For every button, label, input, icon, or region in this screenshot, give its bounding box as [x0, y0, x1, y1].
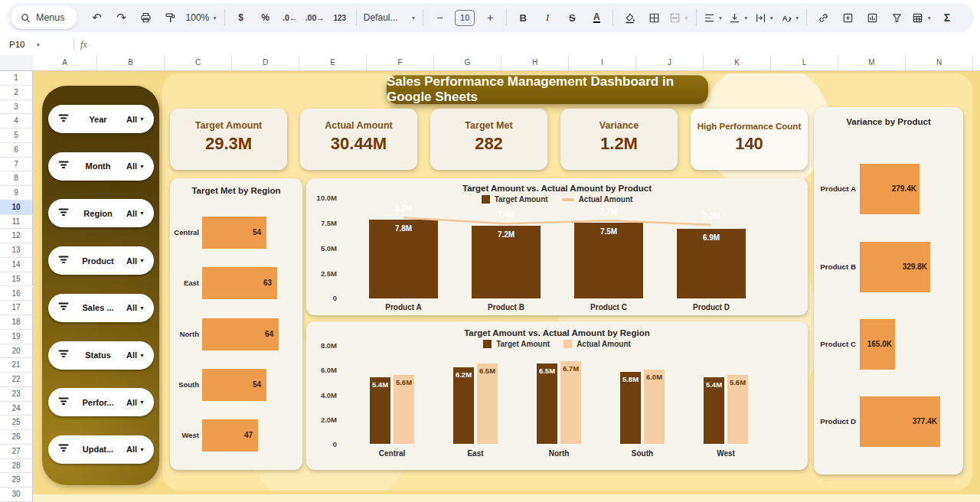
column-header-H[interactable]: H [501, 55, 569, 71]
column-header-F[interactable]: F [367, 55, 434, 71]
filter-list-icon [57, 395, 70, 410]
legend-actual: Actual Amount [564, 340, 631, 348]
column-header-J[interactable]: J [636, 55, 704, 71]
row-header-29[interactable]: 29 [0, 473, 33, 487]
toolbar-insert-chart-button[interactable] [860, 8, 884, 28]
toolbar-table-views-button[interactable]: ▼ [909, 8, 934, 28]
toolbar-decimal-increase-button[interactable]: .00→ [302, 8, 328, 28]
toolbar-percent-button[interactable]: % [253, 8, 278, 28]
legend-target: Target Amount [483, 340, 550, 348]
toolbar-font-size-decrease-button[interactable]: − [427, 8, 452, 28]
filter-pill-year[interactable]: YearAll▼ [48, 105, 154, 133]
column-header-K[interactable]: K [704, 55, 771, 71]
row-header-30[interactable]: 30 [0, 487, 33, 502]
font-size-input[interactable]: 10 [455, 10, 475, 26]
bar-actual-central: 5.6M [394, 375, 414, 444]
row-header-13[interactable]: 13 [0, 243, 33, 258]
toolbar-text-color-button[interactable]: A [584, 8, 609, 28]
toolbar-create-filter-button[interactable] [884, 8, 909, 28]
toolbar-horizontal-align-button[interactable]: ▼ [701, 8, 726, 28]
toolbar-strikethrough-button[interactable]: S [560, 8, 584, 28]
toolbar-currency-button[interactable]: $ [229, 8, 253, 28]
column-header-E[interactable]: E [299, 55, 367, 71]
row-header-4[interactable]: 4 [0, 114, 33, 129]
bar-value-label: 5.6M [727, 378, 748, 386]
toolbar-italic-button[interactable]: I [535, 8, 560, 28]
filter-pill-month[interactable]: MonthAll▼ [48, 152, 154, 181]
filter-pill-perfor[interactable]: Perfor...All▼ [48, 388, 154, 416]
row-header-26[interactable]: 26 [0, 430, 33, 445]
name-box[interactable]: P10 ▼ [0, 40, 67, 49]
filter-pill-sales[interactable]: Sales ...All▼ [48, 294, 154, 322]
toolbar-borders-button[interactable] [642, 8, 666, 28]
chart-target-vs-actual-by-product[interactable]: Target Amount vs. Actual Amount by Produ… [306, 178, 808, 315]
row-header-22[interactable]: 22 [0, 373, 33, 387]
row-header-6[interactable]: 6 [0, 143, 33, 158]
toolbar-insert-link-button[interactable] [811, 8, 835, 28]
toolbar-decimal-decrease-button[interactable]: .0← [278, 8, 302, 28]
row-header-20[interactable]: 20 [0, 344, 33, 359]
toolbar-fill-color-button[interactable] [617, 8, 642, 28]
column-header-I[interactable]: I [569, 55, 636, 71]
filter-pill-updat[interactable]: Updat...All▼ [48, 435, 154, 464]
column-header-B[interactable]: B [97, 55, 165, 71]
filter-value: All [126, 350, 137, 360]
column-header-N[interactable]: N [906, 55, 973, 71]
column-header-L[interactable]: L [771, 55, 838, 71]
row-header-19[interactable]: 19 [0, 330, 33, 344]
row-header-14[interactable]: 14 [0, 258, 33, 272]
row-header-25[interactable]: 25 [0, 416, 33, 430]
toolbar-font-size-input-button[interactable]: 10 [452, 8, 478, 28]
filter-pill-status[interactable]: StatusAll▼ [48, 341, 154, 370]
row-header-9[interactable]: 9 [0, 186, 33, 200]
toolbar-merge-cells-button[interactable]: ▼ [666, 8, 691, 28]
select-all-corner[interactable] [0, 55, 34, 71]
filter-pill-product[interactable]: ProductAll▼ [48, 246, 154, 275]
column-header-C[interactable]: C [165, 55, 232, 71]
toolbar-text-wrap-button[interactable]: ▼ [752, 8, 777, 28]
row-header-21[interactable]: 21 [0, 358, 33, 373]
row-header-18[interactable]: 18 [0, 315, 33, 330]
row-header-15[interactable]: 15 [0, 272, 33, 287]
row-header-7[interactable]: 7 [0, 158, 33, 172]
toolbar-redo-button[interactable]: ↷ [109, 8, 134, 28]
row-header-12[interactable]: 12 [0, 229, 33, 243]
menus-button[interactable]: Menus [11, 6, 77, 29]
toolbar-font-size-increase-button[interactable]: + [478, 8, 502, 28]
fx-icon[interactable]: fx [80, 39, 87, 51]
row-header-1[interactable]: 1 [0, 71, 33, 86]
row-header-27[interactable]: 27 [0, 445, 33, 459]
row-header-24[interactable]: 24 [0, 402, 33, 416]
toolbar-insert-comment-button[interactable] [835, 8, 860, 28]
toolbar-vertical-align-button[interactable]: ▼ [726, 8, 751, 28]
column-header-D[interactable]: D [232, 55, 299, 71]
chart-variance-by-product[interactable]: Variance by ProductProduct A279.4KProduc… [814, 107, 963, 474]
row-header-28[interactable]: 28 [0, 459, 33, 474]
toolbar-paint-format-button[interactable] [158, 8, 183, 28]
toolbar-font-select-button[interactable]: Defaul...▼ [361, 8, 419, 28]
filter-pill-region[interactable]: RegionAll▼ [48, 199, 154, 227]
toolbar-number-format-button[interactable]: 123 [328, 8, 352, 28]
chart-target-met-by-region[interactable]: Target Met by RegionCentral54East63North… [170, 178, 302, 470]
chart-target-vs-actual-by-region[interactable]: Target Amount vs. Actual Amount by Regio… [306, 321, 808, 470]
column-header-A[interactable]: A [33, 55, 97, 71]
toolbar-undo-button[interactable]: ↶ [85, 8, 109, 28]
row-header-23[interactable]: 23 [0, 387, 33, 402]
row-header-2[interactable]: 2 [0, 86, 33, 100]
toolbar-bold-button[interactable]: B [511, 8, 535, 28]
column-header-M[interactable]: M [838, 55, 906, 71]
row-header-5[interactable]: 5 [0, 129, 33, 143]
column-header-partial[interactable] [973, 55, 980, 71]
row-header-8[interactable]: 8 [0, 171, 33, 186]
column-header-G[interactable]: G [434, 55, 501, 71]
column-headers: ABCDEFGHIJKLMN [0, 55, 980, 71]
toolbar-zoom-select-button[interactable]: 100%▼ [183, 8, 220, 28]
row-header-10[interactable]: 10 [0, 200, 33, 215]
toolbar-print-button[interactable] [134, 8, 158, 28]
row-header-3[interactable]: 3 [0, 100, 33, 115]
row-header-17[interactable]: 17 [0, 301, 33, 315]
row-header-16[interactable]: 16 [0, 287, 33, 302]
toolbar-text-rotation-button[interactable]: A▼ [777, 8, 802, 28]
row-header-11[interactable]: 11 [0, 215, 33, 230]
toolbar-functions-button[interactable]: Σ [935, 8, 959, 28]
